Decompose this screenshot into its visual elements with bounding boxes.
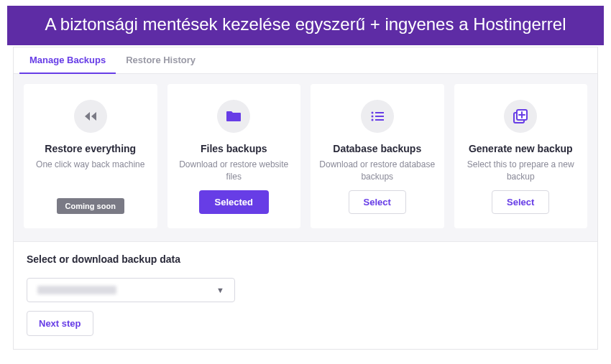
banner-text: A biztonsági mentések kezelése egyszerű … <box>45 14 566 34</box>
tab-manage-backups[interactable]: Manage Backups <box>19 47 116 74</box>
dropdown-value-obscured <box>37 286 116 294</box>
add-copy-icon <box>504 100 537 133</box>
download-section: Select or download backup data ▼ Next st… <box>14 241 597 349</box>
card-generate-backup: Generate new backup Select this to prepa… <box>454 84 588 228</box>
svg-point-4 <box>371 119 373 121</box>
card-title: Database backups <box>333 143 421 154</box>
backup-options: Restore everything One click way back ma… <box>14 74 597 241</box>
promo-banner: A biztonsági mentések kezelése egyszerű … <box>6 4 605 47</box>
svg-rect-3 <box>375 116 384 117</box>
svg-rect-5 <box>375 119 384 121</box>
coming-soon-badge: Coming soon <box>57 198 124 214</box>
section-title: Select or download backup data <box>27 253 584 265</box>
list-icon <box>361 100 394 133</box>
card-description: Download or restore website files <box>176 159 293 183</box>
tab-bar: Manage Backups Restore History <box>14 47 597 74</box>
tab-restore-history[interactable]: Restore History <box>116 47 206 74</box>
card-description: Select this to prepare a new backup <box>463 159 579 183</box>
select-button[interactable]: Select <box>349 190 406 214</box>
select-button[interactable]: Select <box>492 190 549 214</box>
backup-panel: Manage Backups Restore History Restore e… <box>13 47 598 350</box>
folder-icon <box>217 100 250 133</box>
next-step-button[interactable]: Next step <box>27 311 93 336</box>
tab-label: Restore History <box>126 55 196 65</box>
svg-point-2 <box>371 116 373 118</box>
card-restore-everything: Restore everything One click way back ma… <box>24 84 157 228</box>
backup-date-dropdown[interactable]: ▼ <box>27 278 235 302</box>
tab-label: Manage Backups <box>29 55 106 65</box>
card-title: Files backups <box>201 143 267 154</box>
chevron-down-icon: ▼ <box>216 286 224 294</box>
card-title: Generate new backup <box>469 143 573 154</box>
rewind-icon <box>74 100 107 133</box>
svg-point-0 <box>371 112 373 114</box>
card-database-backups: Database backups Download or restore dat… <box>311 84 444 228</box>
selected-button[interactable]: Selected <box>199 190 269 214</box>
card-files-backups: Files backups Download or restore websit… <box>167 84 301 228</box>
svg-rect-1 <box>375 112 384 113</box>
card-description: One click way back machine <box>36 159 144 191</box>
card-title: Restore everything <box>45 143 136 154</box>
card-description: Download or restore database backups <box>319 159 436 183</box>
